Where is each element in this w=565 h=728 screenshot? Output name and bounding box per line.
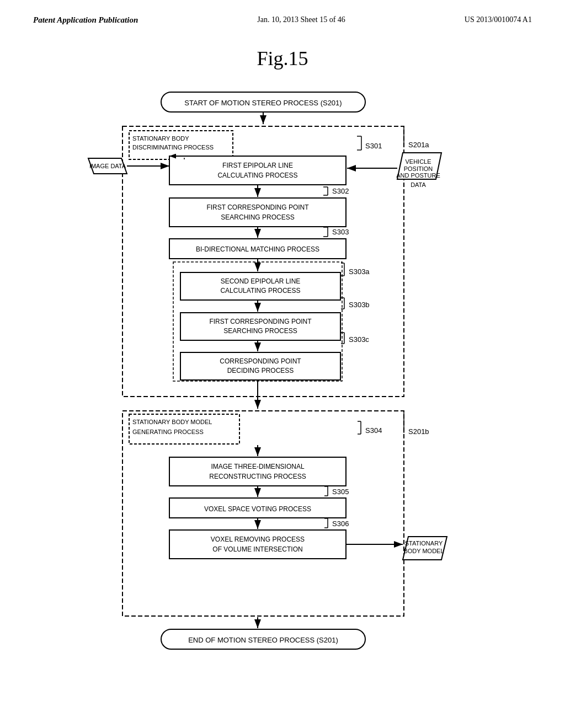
svg-text:STATIONARY BODY MODEL: STATIONARY BODY MODEL — [132, 419, 212, 425]
svg-text:S301: S301 — [365, 142, 382, 150]
svg-text:SECOND EPIPOLAR LINE: SECOND EPIPOLAR LINE — [221, 277, 301, 285]
page-content: Fig.15 START OF MOTION STEREO PROCESS (S… — [0, 30, 565, 726]
svg-text:CALCULATING PROCESS: CALCULATING PROCESS — [220, 287, 300, 295]
svg-text:S201a: S201a — [408, 141, 429, 149]
svg-text:VOXEL REMOVING PROCESS: VOXEL REMOVING PROCESS — [211, 536, 305, 543]
svg-text:AND POSTURE: AND POSTURE — [396, 172, 440, 179]
svg-text:START OF MOTION STEREO PROCESS: START OF MOTION STEREO PROCESS (S201) — [184, 99, 342, 107]
svg-text:S201b: S201b — [408, 427, 429, 436]
figure-title: Fig.15 — [257, 47, 308, 70]
svg-text:BODY MODEL: BODY MODEL — [403, 548, 444, 554]
svg-text:DISCRIMINATING PROCESS: DISCRIMINATING PROCESS — [132, 144, 214, 151]
header-left-label: Patent Application Publication — [33, 15, 138, 25]
svg-text:S303c: S303c — [349, 335, 369, 344]
svg-text:CALCULATING PROCESS: CALCULATING PROCESS — [217, 172, 297, 179]
svg-rect-46 — [180, 352, 340, 380]
svg-rect-15 — [169, 156, 346, 185]
svg-text:DATA: DATA — [411, 181, 426, 188]
header-center-label: Jan. 10, 2013 Sheet 15 of 46 — [257, 15, 345, 24]
svg-text:IMAGE DATA: IMAGE DATA — [89, 163, 126, 169]
svg-text:S303b: S303b — [349, 301, 370, 309]
svg-rect-36 — [180, 272, 340, 300]
svg-text:DECIDING PROCESS: DECIDING PROCESS — [227, 367, 294, 374]
header-right-label: US 2013/0010074 A1 — [465, 15, 532, 24]
svg-rect-41 — [180, 313, 340, 340]
svg-text:RECONSTRUCTING PROCESS: RECONSTRUCTING PROCESS — [209, 473, 306, 480]
svg-text:GENERATING PROCESS: GENERATING PROCESS — [132, 429, 204, 435]
svg-text:IMAGE THREE-DIMENSIONAL: IMAGE THREE-DIMENSIONAL — [211, 463, 304, 470]
svg-rect-58 — [169, 457, 346, 486]
svg-text:VEHICLE: VEHICLE — [405, 158, 431, 165]
svg-text:S306: S306 — [332, 520, 349, 528]
svg-text:OF VOLUME INTERSECTION: OF VOLUME INTERSECTION — [212, 545, 302, 553]
svg-text:VOXEL SPACE VOTING PROCESS: VOXEL SPACE VOTING PROCESS — [204, 505, 311, 513]
svg-text:POSITION: POSITION — [404, 165, 433, 172]
svg-rect-67 — [169, 530, 346, 559]
svg-text:S303: S303 — [332, 228, 349, 236]
svg-text:S305: S305 — [332, 488, 349, 496]
flowchart-diagram: START OF MOTION STEREO PROCESS (S201) S2… — [67, 81, 498, 715]
svg-rect-26 — [169, 198, 346, 227]
svg-text:FIRST EPIPOLAR LINE: FIRST EPIPOLAR LINE — [222, 162, 293, 169]
svg-text:STATIONARY BODY: STATIONARY BODY — [132, 135, 189, 142]
svg-text:S304: S304 — [365, 426, 382, 435]
svg-text:STATIONARY: STATIONARY — [405, 540, 443, 547]
svg-text:S302: S302 — [332, 187, 349, 195]
svg-text:S303a: S303a — [349, 267, 370, 276]
svg-text:FIRST CORRESPONDING POINT: FIRST CORRESPONDING POINT — [209, 318, 312, 325]
page-header: Patent Application Publication Jan. 10, … — [0, 0, 565, 30]
svg-text:SEARCHING PROCESS: SEARCHING PROCESS — [221, 213, 294, 221]
svg-text:END OF MOTION STEREO PROCESS (: END OF MOTION STEREO PROCESS (S201) — [188, 636, 338, 644]
svg-text:FIRST CORRESPONDING POINT: FIRST CORRESPONDING POINT — [206, 204, 309, 211]
svg-text:CORRESPONDING POINT: CORRESPONDING POINT — [220, 357, 301, 365]
svg-text:BI-DIRECTIONAL MATCHING PROCES: BI-DIRECTIONAL MATCHING PROCESS — [196, 245, 319, 253]
svg-text:SEARCHING PROCESS: SEARCHING PROCESS — [223, 327, 297, 335]
